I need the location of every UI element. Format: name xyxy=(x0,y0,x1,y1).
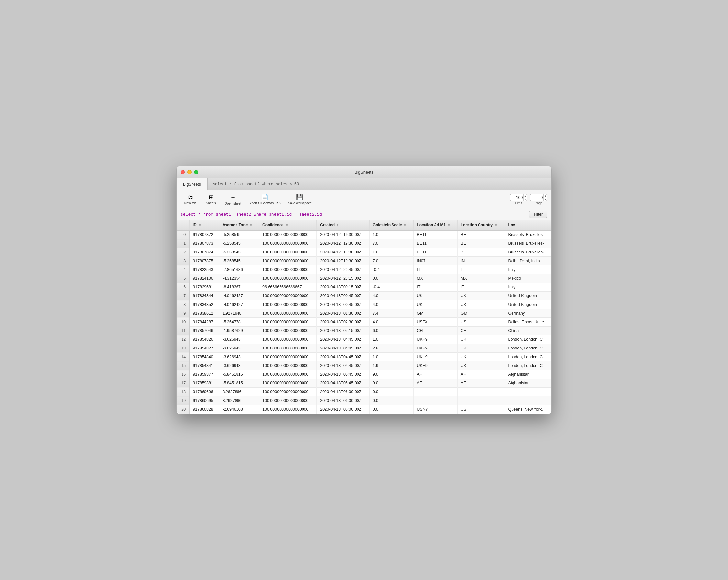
cell-average_tone: -5.258545 xyxy=(219,257,259,266)
tab-query-label: select * from sheet2 where sales < 50 xyxy=(213,182,299,187)
cell-location_ad_m1: USTX xyxy=(414,318,457,327)
cell-index: 12 xyxy=(177,335,189,344)
limit-up-arrow[interactable]: ▲ xyxy=(523,194,527,197)
table-row: 13917854827-3.626943100.0000000000000000… xyxy=(177,344,551,353)
new-tab-icon: 🗂 xyxy=(187,194,193,201)
table-row: 20917860828-2.6946108100.000000000000000… xyxy=(177,405,551,414)
cell-average_tone: -3.626943 xyxy=(219,344,259,353)
filter-query[interactable]: select * from sheet1, sheet2 where sheet… xyxy=(181,212,526,217)
filter-bar: select * from sheet1, sheet2 where sheet… xyxy=(177,209,551,220)
cell-confidence: 100.00000000000000000 xyxy=(259,353,317,361)
open-sheet-button[interactable]: ＋ Open sheet xyxy=(222,192,244,206)
page-spinner[interactable]: ▲ ▼ xyxy=(530,194,547,201)
data-table: ID ⇕ Average Tone ⇕ Confidence ⇕ Created… xyxy=(177,220,551,414)
cell-id: 917859377 xyxy=(189,370,219,379)
cell-goldstein_scale: 9.0 xyxy=(369,379,414,388)
cell-created: 2020-04-13T05:45:00Z xyxy=(317,370,369,379)
page-input[interactable] xyxy=(530,195,543,200)
export-label: Export full view as CSV xyxy=(248,201,282,205)
cell-average_tone: -5.8451815 xyxy=(219,370,259,379)
cell-average_tone: 1.9271948 xyxy=(219,309,259,318)
save-button[interactable]: 💾 Save workspace xyxy=(285,192,314,206)
col-average-tone-label: Average Tone xyxy=(222,223,248,227)
filter-button[interactable]: Filter xyxy=(529,211,547,218)
cell-id: 917860828 xyxy=(189,405,219,414)
cell-average_tone: 3.2627866 xyxy=(219,396,259,405)
cell-id: 917822543 xyxy=(189,266,219,274)
sheets-label: Sheets xyxy=(206,201,216,205)
cell-id: 917854840 xyxy=(189,353,219,361)
page-up-arrow[interactable]: ▲ xyxy=(544,194,547,197)
close-button[interactable] xyxy=(181,170,185,174)
cell-location_country: CH xyxy=(457,327,505,335)
col-location-ad-m1-label: Location Ad M1 xyxy=(417,223,445,227)
cell-confidence: 100.00000000000000000 xyxy=(259,361,317,370)
page-label: Page xyxy=(535,201,542,205)
limit-down-arrow[interactable]: ▼ xyxy=(523,197,527,201)
col-header-confidence[interactable]: Confidence ⇕ xyxy=(259,220,317,230)
minimize-button[interactable] xyxy=(187,170,191,174)
col-header-location-ad-m1[interactable]: Location Ad M1 ⇕ xyxy=(414,220,457,230)
tab-bar: BigSheets select * from sheet2 where sal… xyxy=(177,178,551,190)
cell-index: 2 xyxy=(177,248,189,257)
table-header: ID ⇕ Average Tone ⇕ Confidence ⇕ Created… xyxy=(177,220,551,230)
cell-location_country: UK xyxy=(457,361,505,370)
cell-location_country: UK xyxy=(457,335,505,344)
cell-created: 2020-04-13T04:45:00Z xyxy=(317,361,369,370)
cell-location_ad_m1: UKH9 xyxy=(414,361,457,370)
cell-location_country: MX xyxy=(457,274,505,283)
cell-created: 2020-04-12T22:45:00Z xyxy=(317,266,369,274)
col-header-loc[interactable]: Loc xyxy=(505,220,551,230)
cell-id: 917807874 xyxy=(189,248,219,257)
table-row: 199178606953.2627866100.0000000000000000… xyxy=(177,396,551,405)
page-group: ▲ ▼ Page xyxy=(530,194,547,205)
save-icon: 💾 xyxy=(296,194,303,201)
limit-input[interactable] xyxy=(510,195,523,200)
sheets-button[interactable]: ⊞ Sheets xyxy=(201,192,221,206)
cell-loc: China xyxy=(505,327,551,335)
col-header-location-country[interactable]: Location Country ⇕ xyxy=(457,220,505,230)
table-row: 15917854841-3.626943100.0000000000000000… xyxy=(177,361,551,370)
export-button[interactable]: 📄 Export full view as CSV xyxy=(245,192,284,206)
cell-goldstein_scale: 9.0 xyxy=(369,370,414,379)
cell-id: 917860696 xyxy=(189,388,219,396)
cell-confidence: 100.00000000000000000 xyxy=(259,396,317,405)
cell-loc: London, London, Ci xyxy=(505,361,551,370)
cell-loc: Queens, New York, xyxy=(505,405,551,414)
cell-average_tone: -4.0462427 xyxy=(219,292,259,300)
window-title: BigSheets xyxy=(354,170,373,174)
cell-id: 917854841 xyxy=(189,361,219,370)
cell-index: 9 xyxy=(177,309,189,318)
cell-loc: Italy xyxy=(505,266,551,274)
limit-spinner[interactable]: ▲ ▼ xyxy=(510,194,527,201)
tab-bigsheets[interactable]: BigSheets xyxy=(177,178,208,190)
tab-query[interactable]: select * from sheet2 where sales < 50 xyxy=(208,178,551,190)
cell-created: 2020-04-13T02:30:00Z xyxy=(317,318,369,327)
cell-id: 917807872 xyxy=(189,230,219,239)
data-table-wrapper[interactable]: ID ⇕ Average Tone ⇕ Confidence ⇕ Created… xyxy=(177,220,551,414)
col-header-goldstein-scale[interactable]: Goldstein Scale ⇕ xyxy=(369,220,414,230)
table-row: 10917844287-5.264778100.0000000000000000… xyxy=(177,318,551,327)
col-header-average-tone[interactable]: Average Tone ⇕ xyxy=(219,220,259,230)
cell-created: 2020-04-13T00:45:00Z xyxy=(317,292,369,300)
cell-index: 16 xyxy=(177,370,189,379)
table-row: 14917854840-3.626943100.0000000000000000… xyxy=(177,353,551,361)
cell-confidence: 100.00000000000000000 xyxy=(259,370,317,379)
col-header-id[interactable]: ID ⇕ xyxy=(189,220,219,230)
cell-goldstein_scale: 2.8 xyxy=(369,344,414,353)
page-down-arrow[interactable]: ▼ xyxy=(544,197,547,201)
cell-loc: Mexico xyxy=(505,274,551,283)
sort-icon-location-country: ⇕ xyxy=(495,224,497,227)
cell-location_country: IT xyxy=(457,266,505,274)
fullscreen-button[interactable] xyxy=(194,170,198,174)
cell-loc: Brussels, Bruxelles- xyxy=(505,230,551,239)
col-header-created[interactable]: Created ⇕ xyxy=(317,220,369,230)
cell-location_country: UK xyxy=(457,292,505,300)
table-row: 5917824106-4.312354100.00000000000000000… xyxy=(177,274,551,283)
new-tab-button[interactable]: 🗂 New tab xyxy=(181,193,200,206)
cell-location_ad_m1: BE11 xyxy=(414,239,457,248)
cell-confidence: 100.00000000000000000 xyxy=(259,379,317,388)
table-row: 4917822543-7.8651686100.0000000000000000… xyxy=(177,266,551,274)
cell-loc xyxy=(505,388,551,396)
page-arrows: ▲ ▼ xyxy=(543,194,547,201)
